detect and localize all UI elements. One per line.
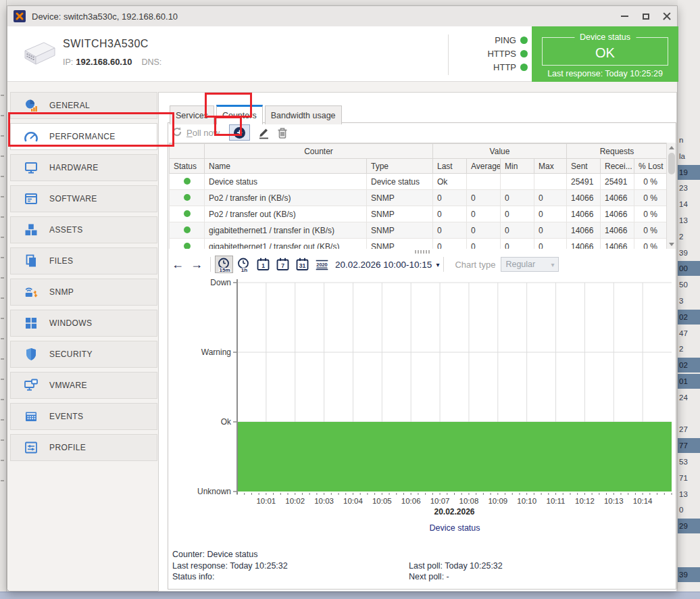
background-row-fragment: 13 [678, 487, 700, 502]
column-header-type[interactable]: Type [367, 159, 433, 174]
edit-counter-button[interactable] [257, 126, 270, 139]
range-button-15m[interactable]: 15m [215, 256, 233, 273]
sidebar-item-security[interactable]: SECURITY [10, 341, 157, 368]
range-button-1[interactable]: 1 [254, 256, 272, 273]
sidebar-item-label: HARDWARE [49, 163, 99, 172]
scrollbar-thumb[interactable] [668, 153, 675, 174]
status-ok-dot [184, 194, 191, 201]
range-button-1h[interactable]: 1h [234, 256, 253, 273]
pie-chart-icon [24, 99, 39, 112]
files-icon [24, 254, 39, 268]
counters-toolbar: Poll now + [168, 123, 676, 142]
add-counter-button[interactable]: + [229, 124, 250, 141]
sidebar-item-windows[interactable]: WINDOWS [10, 310, 157, 337]
column-header-max[interactable]: Max [534, 159, 567, 174]
sidebar-item-label: PERFORMANCE [49, 132, 116, 141]
maximize-icon [643, 14, 649, 20]
sidebar: GENERALPERFORMANCEHARDWARESOFTWAREASSETS… [10, 92, 157, 461]
sidebar-item-snmp[interactable]: SNMP [10, 279, 157, 306]
x-axis-label: 10:06 [401, 497, 421, 505]
prev-period-button[interactable]: ← [168, 258, 187, 270]
cell-received: 14066 [601, 239, 634, 249]
column-header-recei[interactable]: Recei... [601, 159, 634, 174]
service-status-list: PINGHTTPSHTTP [453, 33, 528, 74]
chart-type-select[interactable]: Regular ▾ [501, 257, 559, 272]
sidebar-item-label: GENERAL [49, 101, 90, 110]
column-header-min[interactable]: Min [501, 159, 534, 174]
sidebar-item-hardware[interactable]: HARDWARE [10, 154, 157, 181]
sidebar-item-events[interactable]: EVENTS [10, 403, 157, 430]
range-button-31[interactable]: 31 [293, 256, 311, 273]
cell-name: Po2 / transfer out (KB/s) [205, 206, 367, 222]
sidebar-item-label: ASSETS [49, 225, 83, 235]
next-period-button[interactable]: → [187, 258, 206, 270]
sidebar-item-profile[interactable]: PROFILE [10, 434, 157, 461]
cell-average: 0 [467, 190, 501, 206]
column-header-average[interactable]: Average [467, 159, 501, 174]
table-row[interactable]: Po2 / transfer in (KB/s)SNMP000014066140… [170, 190, 668, 206]
device-status-panel: Device status OK Last response: Today 10… [532, 26, 678, 82]
sidebar-item-assets[interactable]: ASSETS [10, 216, 157, 243]
cell-max: 0 [534, 222, 567, 239]
tab-bandwidth-usage[interactable]: Bandwidth usage [265, 105, 342, 124]
device-status-fieldset: Device status OK [542, 37, 668, 66]
title-bar[interactable]: Device: switch3a530c, 192.168.60.10 [7, 6, 677, 26]
scroll-down-arrow[interactable] [667, 239, 676, 249]
sidebar-item-software[interactable]: SOFTWARE [10, 185, 157, 212]
plus-icon: + [234, 127, 245, 139]
background-row-fragment: 2 [678, 229, 700, 244]
monitor-icon [24, 161, 39, 174]
splitter-grip[interactable] [415, 250, 431, 254]
table-row[interactable]: gigabitethernet1 / transfer out (KB/s)SN… [170, 239, 668, 249]
delete-counter-button[interactable] [277, 126, 288, 139]
scroll-up-arrow[interactable] [667, 143, 676, 152]
status-ok-dot [184, 178, 191, 185]
status-cell [170, 190, 205, 206]
tab-services[interactable]: Services [170, 105, 214, 124]
trash-icon [277, 126, 288, 139]
cell-type: SNMP [367, 206, 433, 222]
x-axis-label: 10:12 [575, 497, 595, 505]
svg-text:15m: 15m [219, 266, 230, 272]
cell-name: gigabitethernet1 / transfer in (KB/s) [205, 222, 367, 239]
x-axis-label: 10:04 [343, 497, 363, 505]
maximize-button[interactable] [635, 6, 656, 26]
minimize-button[interactable] [614, 6, 635, 26]
range-button-2020[interactable]: 2020 [313, 256, 331, 273]
background-row-fragment: 01 [678, 374, 700, 389]
sidebar-item-vmware[interactable]: VMWARE [10, 372, 157, 399]
sidebar-item-label: SNMP [49, 287, 74, 297]
cell-last: 0 [433, 190, 467, 206]
cell-sent: 14066 [567, 239, 601, 249]
range-button-7[interactable]: 7 [274, 256, 292, 273]
y-axis-label: Ok [221, 417, 232, 427]
sidebar-item-general[interactable]: GENERAL [10, 92, 157, 119]
service-status-row: HTTPS [453, 47, 528, 60]
table-scrollbar[interactable] [666, 143, 676, 249]
date-range-dropdown[interactable]: 20.02.2026 10:00-10:15 ▾ [335, 260, 439, 270]
column-header-status[interactable]: Status [170, 159, 205, 174]
background-window-bottom-strip [0, 592, 700, 599]
column-header-last[interactable]: Last [433, 159, 467, 174]
cell-max: 0 [534, 206, 567, 222]
sidebar-item-label: SECURITY [49, 350, 93, 359]
column-header-name[interactable]: Name [205, 159, 367, 174]
sidebar-item-performance[interactable]: PERFORMANCE [10, 123, 157, 150]
tab-counters[interactable]: Counters [216, 105, 263, 124]
sidebar-item-files[interactable]: FILES [10, 247, 157, 274]
x-axis-label: 10:09 [488, 497, 507, 505]
cell-min [501, 174, 534, 190]
footer-info-line: Last poll: Today 10:25:32 [409, 560, 503, 572]
table-row[interactable]: gigabitethernet1 / transfer in (KB/s)SNM… [170, 222, 668, 239]
status-cell [170, 174, 205, 190]
column-header-sent[interactable]: Sent [567, 159, 601, 174]
x-axis-label: 10:07 [430, 497, 450, 505]
x-axis-label: 10:01 [256, 497, 276, 505]
column-header-lost[interactable]: % Lost [634, 159, 668, 174]
table-row[interactable]: Device statusDevice statusOk25491254910 … [170, 174, 668, 190]
poll-now-button[interactable]: Poll now [172, 126, 220, 139]
service-label: HTTPS [487, 49, 516, 59]
table-row[interactable]: Po2 / transfer out (KB/s)SNMP00001406614… [170, 206, 668, 222]
background-row-fragment: 29 [678, 519, 700, 533]
close-button[interactable] [656, 6, 677, 26]
